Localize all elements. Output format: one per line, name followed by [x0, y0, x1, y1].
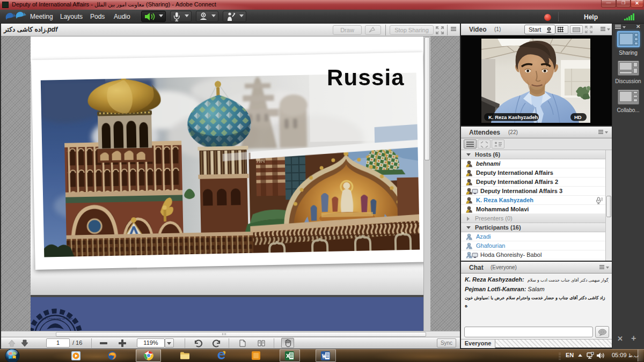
svg-text:K. Reza Kashyzadeh: K. Reza Kashyzadeh — [488, 114, 538, 120]
svg-text:РИЧ: РИЧ — [257, 159, 265, 164]
svg-text:Sharif University of Tech: Sharif University of Tech — [38, 317, 73, 320]
svg-text:HD: HD — [574, 114, 582, 120]
